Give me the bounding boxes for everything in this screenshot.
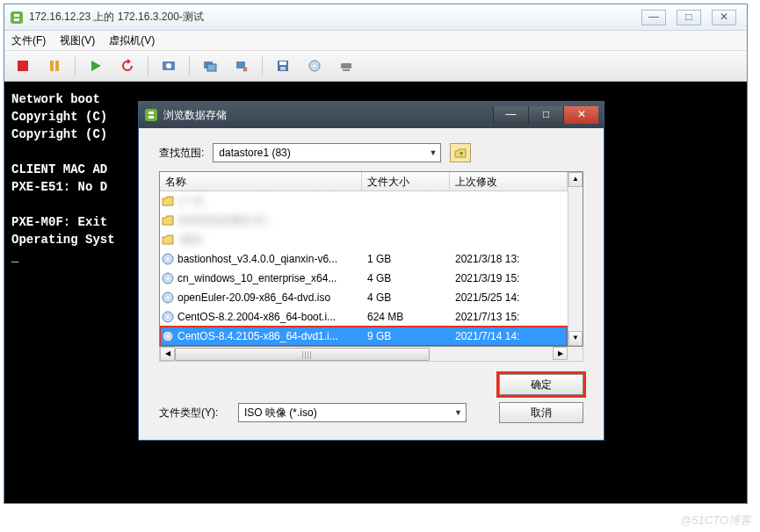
cd-button[interactable] bbox=[303, 54, 326, 77]
menu-vm[interactable]: 虚拟机(V) bbox=[109, 33, 155, 48]
vsphere-icon bbox=[144, 108, 158, 122]
dialog-close-button[interactable]: ✕ bbox=[563, 106, 598, 124]
scroll-left-icon[interactable]: ◀ bbox=[160, 347, 175, 361]
svg-rect-14 bbox=[341, 63, 351, 68]
svg-rect-7 bbox=[207, 64, 216, 71]
file-name: bastionhost_v3.4.0.0_qianxin-v6... bbox=[176, 253, 362, 265]
file-modified: 2021/7/13 15: bbox=[450, 311, 568, 323]
horizontal-scrollbar[interactable]: ◀ ▶ bbox=[159, 347, 583, 362]
pause-button[interactable] bbox=[43, 54, 66, 77]
scroll-right-icon[interactable]: ▶ bbox=[553, 347, 568, 360]
close-button[interactable]: ✕ bbox=[712, 10, 736, 25]
svg-rect-10 bbox=[279, 61, 286, 65]
file-modified: 2021/7/14 14: bbox=[450, 330, 568, 342]
dialog-maximize-button[interactable]: □ bbox=[528, 106, 563, 124]
file-name: CentOS-8.2.2004-x86_64-boot.i... bbox=[176, 311, 362, 323]
svg-rect-3 bbox=[55, 61, 59, 71]
search-scope-label: 查找范围: bbox=[159, 146, 204, 161]
play-button[interactable] bbox=[84, 54, 107, 77]
svg-point-13 bbox=[314, 65, 316, 68]
file-size: 624 MB bbox=[362, 311, 450, 323]
svg-rect-2 bbox=[50, 61, 54, 71]
list-item[interactable]: 添加堡垒机测试-W... bbox=[160, 211, 568, 230]
ok-button[interactable]: 确定 bbox=[499, 374, 583, 395]
search-scope-combo[interactable]: datastore1 (83) bbox=[213, 143, 441, 162]
col-name[interactable]: 名称 bbox=[160, 172, 362, 191]
separator bbox=[262, 55, 263, 76]
toolbar bbox=[4, 50, 747, 82]
browse-datastore-dialog: 浏览数据存储 — □ ✕ 查找范围: datastore1 (83) 名称 文件… bbox=[138, 101, 604, 441]
scroll-down-icon[interactable]: ▼ bbox=[568, 331, 583, 346]
file-list: 名称 文件大小 上次修改 17 试 添加堡垒机测试-W... -测试bastio… bbox=[159, 171, 583, 347]
scroll-up-icon[interactable]: ▲ bbox=[568, 172, 583, 187]
snapshot-mgr-button[interactable] bbox=[199, 54, 221, 77]
dialog-title: 浏览数据存储 bbox=[163, 108, 493, 123]
list-item[interactable]: 17 试 bbox=[160, 191, 568, 211]
svg-point-18 bbox=[167, 258, 170, 261]
maximize-button[interactable]: □ bbox=[677, 10, 701, 25]
list-item[interactable]: openEuler-20.09-x86_64-dvd.iso4 GB2021/5… bbox=[160, 288, 568, 307]
file-size: 9 GB bbox=[362, 330, 450, 342]
svg-point-22 bbox=[167, 297, 170, 299]
disc-icon bbox=[160, 291, 176, 304]
dialog-minimize-button[interactable]: — bbox=[493, 106, 528, 124]
window-title: 172.16.12.23 上的 172.16.3.200-测试 bbox=[29, 10, 641, 25]
menubar: 文件(F) 视图(V) 虚拟机(V) bbox=[4, 31, 747, 50]
list-header: 名称 文件大小 上次修改 bbox=[160, 172, 568, 191]
vsphere-icon bbox=[10, 11, 24, 25]
col-size[interactable]: 文件大小 bbox=[362, 172, 450, 191]
file-name: -测试 bbox=[176, 233, 362, 248]
menu-file[interactable]: 文件(F) bbox=[11, 33, 46, 48]
list-item[interactable]: CentOS-8.4.2105-x86_64-dvd1.i...9 GB2021… bbox=[160, 327, 568, 346]
filetype-label: 文件类型(Y): bbox=[159, 406, 229, 421]
file-size: 4 GB bbox=[362, 272, 450, 284]
svg-point-24 bbox=[167, 316, 170, 319]
snapshot-button[interactable] bbox=[157, 54, 180, 77]
file-name: 添加堡垒机测试-W... bbox=[176, 213, 362, 228]
scroll-thumb[interactable] bbox=[175, 348, 430, 361]
menu-view[interactable]: 视图(V) bbox=[60, 33, 95, 48]
disc-icon bbox=[160, 253, 176, 265]
file-modified: 2021/5/25 14: bbox=[450, 291, 568, 304]
disc-icon bbox=[160, 330, 176, 342]
file-name: openEuler-20.09-x86_64-dvd.iso bbox=[176, 291, 362, 304]
vertical-scrollbar[interactable]: ▲ ▼ bbox=[568, 172, 583, 346]
svg-rect-0 bbox=[11, 11, 23, 24]
network-button[interactable] bbox=[335, 54, 358, 77]
separator bbox=[189, 55, 190, 76]
refresh-button[interactable] bbox=[116, 54, 139, 77]
file-name: CentOS-8.4.2105-x86_64-dvd1.i... bbox=[176, 330, 362, 342]
list-item[interactable]: -测试 bbox=[160, 230, 568, 249]
list-item[interactable]: CentOS-8.2.2004-x86_64-boot.i...624 MB20… bbox=[160, 307, 568, 327]
svg-point-20 bbox=[167, 277, 170, 280]
dialog-titlebar: 浏览数据存储 — □ ✕ bbox=[139, 102, 604, 128]
floppy-button[interactable] bbox=[271, 54, 294, 77]
revert-button[interactable] bbox=[230, 54, 253, 77]
titlebar: 172.16.12.23 上的 172.16.3.200-测试 — □ ✕ bbox=[4, 4, 747, 31]
separator bbox=[148, 55, 148, 76]
list-item[interactable]: cn_windows_10_enterprise_x64...4 GB2021/… bbox=[160, 269, 568, 288]
list-item[interactable]: bastionhost_v3.4.0.0_qianxin-v6...1 GB20… bbox=[160, 249, 568, 269]
svg-rect-15 bbox=[343, 69, 350, 71]
folder-icon bbox=[160, 214, 176, 226]
svg-rect-11 bbox=[280, 67, 286, 70]
file-name: 17 试 bbox=[176, 194, 362, 209]
window-controls: — □ ✕ bbox=[641, 10, 736, 25]
minimize-button[interactable]: — bbox=[641, 10, 666, 25]
cancel-button[interactable]: 取消 bbox=[499, 402, 583, 423]
file-modified: 2021/3/19 15: bbox=[450, 272, 568, 284]
file-size: 1 GB bbox=[362, 253, 450, 265]
svg-rect-16 bbox=[145, 109, 157, 121]
up-folder-button[interactable] bbox=[450, 143, 471, 162]
svg-point-5 bbox=[166, 63, 171, 68]
col-modified[interactable]: 上次修改 bbox=[450, 172, 568, 191]
watermark: @51CTO博客 bbox=[680, 513, 751, 528]
folder-icon bbox=[160, 234, 176, 246]
stop-button[interactable] bbox=[11, 54, 34, 77]
separator bbox=[75, 55, 76, 76]
disc-icon bbox=[160, 311, 176, 323]
filetype-combo[interactable]: ISO 映像 (*.iso) bbox=[238, 403, 467, 422]
svg-point-26 bbox=[167, 335, 170, 338]
file-size: 4 GB bbox=[362, 291, 450, 304]
file-name: cn_windows_10_enterprise_x64... bbox=[176, 272, 362, 284]
